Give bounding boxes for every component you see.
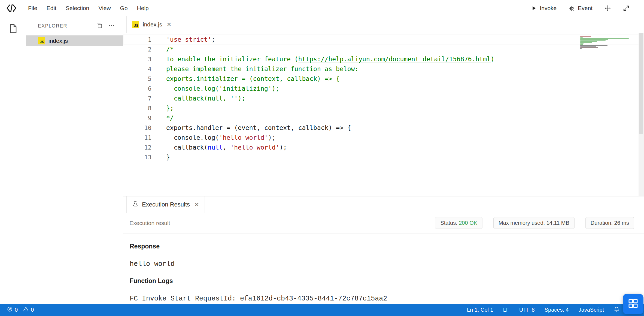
line-text: callback(null, ''); <box>151 95 245 102</box>
line-number: 3 <box>123 56 151 63</box>
errors-indicator[interactable]: 0 <box>7 306 18 313</box>
code-line[interactable]: 3To enable the initializer feature (http… <box>123 54 644 64</box>
line-number: 1 <box>123 36 151 43</box>
explorer-view-icon[interactable] <box>8 23 18 35</box>
error-icon <box>7 306 13 313</box>
execution-output: Responsehello worldFunction LogsFC Invok… <box>123 233 644 304</box>
line-number: 6 <box>123 85 151 92</box>
code-line[interactable]: 13} <box>123 152 644 162</box>
editor-scrollbar[interactable] <box>639 33 644 196</box>
line-text: */ <box>151 114 174 121</box>
tab-execution-results[interactable]: Execution Results × <box>126 196 205 213</box>
errors-count: 0 <box>15 307 18 313</box>
line-number: 2 <box>123 46 151 53</box>
warnings-indicator[interactable]: 0 <box>23 306 34 313</box>
code-line[interactable]: 11 console.log('hello world'); <box>123 133 644 142</box>
code-line[interactable]: 2/* <box>123 44 644 54</box>
line-text: To enable the initializer feature (https… <box>151 56 494 63</box>
warning-icon <box>23 306 29 313</box>
execution-result-header: Execution result Status: 200 OKMax memor… <box>123 213 644 233</box>
statusbar-eol-sequence[interactable]: LF <box>503 307 509 313</box>
menu-bar: FileEditSelectionViewGoHelp Invoke Event <box>0 0 644 16</box>
code-line[interactable]: 9*/ <box>123 113 644 123</box>
section-title-response: Response <box>130 243 637 250</box>
line-text: console.log('initializing'); <box>151 85 279 92</box>
section-title-function-logs: Function Logs <box>130 277 637 285</box>
panel-close-icon[interactable]: × <box>195 201 199 208</box>
activity-bar <box>0 16 26 304</box>
tab-close-icon[interactable]: × <box>167 21 171 28</box>
move-icon[interactable] <box>604 5 611 11</box>
toolbar-actions: Invoke Event <box>531 5 629 11</box>
line-number: 10 <box>123 124 151 131</box>
event-label: Event <box>578 5 593 11</box>
js-file-icon: JS <box>38 37 45 44</box>
code-line[interactable]: 6 console.log('initializing'); <box>123 84 644 93</box>
statusbar-indentation[interactable]: Spaces: 4 <box>545 307 569 313</box>
main-menus: FileEditSelectionViewGoHelp <box>23 0 153 16</box>
menu-file[interactable]: File <box>23 0 42 16</box>
explorer-header: EXPLORER <box>26 16 123 35</box>
bell-icon[interactable] <box>614 306 619 314</box>
panel-tab-label: Execution Results <box>142 201 190 208</box>
ide-window: FileEditSelectionViewGoHelp Invoke Event <box>0 0 644 316</box>
execution-results-panel: Execution Results × Execution result Sta… <box>123 196 644 304</box>
invoke-label: Invoke <box>540 5 557 11</box>
editor-layout-icon[interactable] <box>96 22 102 30</box>
tab-indexjs[interactable]: JS index.js × <box>126 16 177 33</box>
invoke-button[interactable]: Invoke <box>531 5 557 11</box>
js-file-icon: JS <box>132 21 139 28</box>
section-body-function-logs: FC Invoke Start RequestId: efa1612d-cb43… <box>130 295 637 303</box>
line-number: 8 <box>123 105 151 112</box>
menu-view[interactable]: View <box>94 0 115 16</box>
console-grid-button[interactable] <box>623 294 643 314</box>
editor-group: JS index.js × 1'use strict';2/*3To enabl… <box>123 16 644 304</box>
line-number: 5 <box>123 75 151 82</box>
menu-help[interactable]: Help <box>132 0 153 16</box>
expand-icon[interactable] <box>623 5 629 11</box>
code-line[interactable]: 1'use strict'; <box>123 35 644 44</box>
code-editor[interactable]: 1'use strict';2/*3To enable the initiali… <box>123 33 644 196</box>
file-item-indexjs[interactable]: JS index.js <box>26 35 123 46</box>
app-logo-icon[interactable] <box>6 3 17 14</box>
tab-label: index.js <box>143 21 162 28</box>
statusbar-encoding[interactable]: UTF-8 <box>519 307 535 313</box>
statusbar-language-mode[interactable]: JavaScript <box>579 307 604 313</box>
line-number: 12 <box>123 144 151 151</box>
status-bar: 0 0 Ln 1, Col 1LFUTF-8Spaces: 4JavaScrip… <box>0 304 644 316</box>
statusbar-cursor-position[interactable]: Ln 1, Col 1 <box>467 307 493 313</box>
section-body-response: hello world <box>130 260 637 268</box>
menu-selection[interactable]: Selection <box>61 0 94 16</box>
execution-metrics: Status: 200 OKMax memory used: 14.11 MBD… <box>435 217 634 229</box>
menu-go[interactable]: Go <box>116 0 132 16</box>
line-text: please implement the initializer functio… <box>151 65 359 72</box>
editor-tab-bar: JS index.js × <box>123 16 644 33</box>
line-text: callback(null, 'hello world'); <box>151 144 287 151</box>
metric-duration: Duration: 26 ms <box>585 217 634 229</box>
event-button[interactable]: Event <box>569 5 593 11</box>
metric-status: Status: 200 OK <box>435 217 482 229</box>
code-line[interactable]: 4please implement the initializer functi… <box>123 64 644 74</box>
code-line[interactable]: 12 callback(null, 'hello world'); <box>123 142 644 152</box>
explorer-title: EXPLORER <box>38 23 67 29</box>
warnings-count: 0 <box>31 307 34 313</box>
bug-icon <box>569 5 575 11</box>
line-text: 'use strict'; <box>151 36 215 43</box>
workbench: EXPLORER JS index.js JS <box>0 16 644 304</box>
line-text: } <box>151 154 170 161</box>
execution-result-label: Execution result <box>129 220 170 226</box>
code-line[interactable]: 10exports.handler = (event, context, cal… <box>123 123 644 133</box>
grid-icon <box>628 298 639 310</box>
metric-memory: Max memory used: 14.11 MB <box>493 217 575 229</box>
panel-tab-bar: Execution Results × <box>123 196 644 213</box>
code-line[interactable]: 8}; <box>123 103 644 113</box>
menu-edit[interactable]: Edit <box>42 0 61 16</box>
code-line[interactable]: 7 callback(null, ''); <box>123 93 644 103</box>
line-number: 4 <box>123 66 151 72</box>
line-number: 11 <box>123 134 151 141</box>
beaker-icon <box>132 201 138 208</box>
minimap[interactable] <box>580 36 629 49</box>
line-number: 9 <box>123 115 151 121</box>
more-actions-icon[interactable] <box>108 22 115 30</box>
code-line[interactable]: 5exports.initializer = (context, callbac… <box>123 74 644 84</box>
